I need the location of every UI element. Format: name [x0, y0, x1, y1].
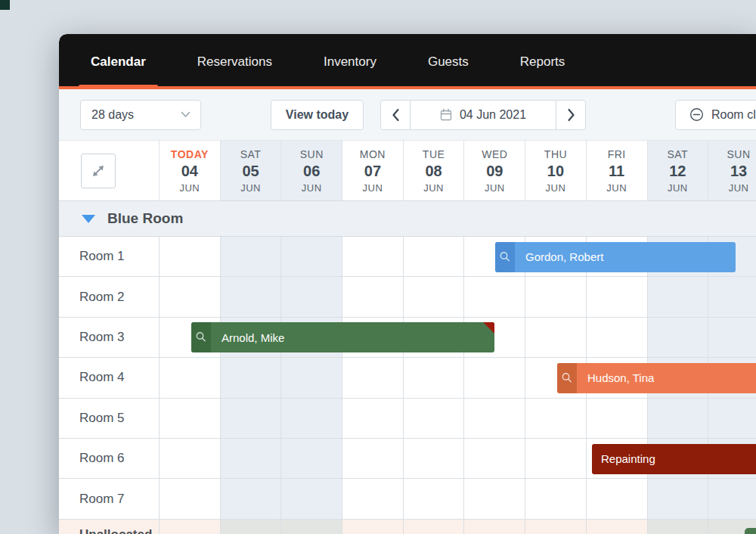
calendar-cell[interactable]: [525, 479, 587, 519]
booking-bar[interactable]: Gordon, Robert: [495, 242, 736, 272]
tab-reservations[interactable]: Reservations: [197, 34, 272, 89]
calendar-cell[interactable]: [221, 237, 282, 277]
calendar-cell[interactable]: [464, 358, 525, 398]
section-header-blue-room[interactable]: Blue Room: [59, 201, 756, 237]
calendar-cell[interactable]: [342, 358, 404, 398]
chevron-right-icon: [567, 108, 575, 122]
calendar-cell[interactable]: [525, 399, 587, 439]
calendar-cell[interactable]: [160, 439, 221, 479]
tab-calendar[interactable]: Calendar: [91, 34, 146, 89]
calendar-cell[interactable]: [708, 277, 756, 317]
calendar-cell[interactable]: [587, 520, 648, 534]
calendar-cell[interactable]: [281, 277, 342, 317]
room-closure-label: Room closure: [711, 108, 756, 122]
calendar-cell[interactable]: [342, 439, 404, 479]
calendar-cell[interactable]: [587, 277, 648, 317]
calendar-cell[interactable]: [648, 520, 709, 534]
calendar-cell[interactable]: [221, 277, 282, 317]
expand-calendar-button[interactable]: [81, 154, 116, 188]
calendar-cell[interactable]: [648, 399, 709, 439]
booking-search-tab[interactable]: [557, 363, 577, 393]
collapse-triangle-icon[interactable]: [82, 215, 95, 223]
circle-minus-icon: [689, 107, 704, 122]
calendar-cell[interactable]: [221, 439, 282, 479]
booking-bar[interactable]: Arnold, Mike: [191, 322, 494, 352]
tab-guests[interactable]: Guests: [428, 34, 469, 89]
calendar-cell[interactable]: [525, 520, 587, 534]
calendar-cell[interactable]: [404, 439, 465, 479]
calendar-cell[interactable]: [342, 479, 404, 519]
calendar-cell[interactable]: [648, 479, 709, 519]
calendar-cell[interactable]: [404, 479, 465, 519]
calendar-cell[interactable]: [342, 520, 404, 534]
day-number: 10: [547, 163, 564, 180]
calendar-cell[interactable]: [221, 358, 282, 398]
view-today-button[interactable]: View today: [271, 100, 364, 130]
calendar-cell[interactable]: [708, 318, 756, 358]
app-window: CalendarReservationsInventoryGuestsRepor…: [59, 34, 756, 534]
day-number: 09: [486, 163, 503, 180]
next-day-button[interactable]: [556, 101, 585, 129]
booking-bar[interactable]: Repainting: [592, 444, 756, 474]
day-header-07: MON07JUN: [342, 141, 404, 200]
booking-bar[interactable]: Hudson, Tina: [557, 363, 756, 393]
calendar-cell[interactable]: [404, 520, 465, 534]
prev-day-button[interactable]: [381, 101, 410, 129]
booking-search-tab[interactable]: [191, 322, 211, 352]
calendar-cell[interactable]: [464, 520, 525, 534]
calendar-cell[interactable]: [160, 399, 221, 439]
calendar-cell[interactable]: [342, 237, 404, 277]
room-closure-button[interactable]: Room closure: [675, 100, 756, 130]
tab-reports[interactable]: Reports: [520, 34, 565, 89]
calendar-cell[interactable]: [160, 479, 221, 519]
calendar-cell[interactable]: [708, 479, 756, 519]
calendar-cell[interactable]: [404, 277, 465, 317]
calendar-cell[interactable]: [342, 399, 404, 439]
calendar-cell[interactable]: [464, 479, 525, 519]
day-month: JUN: [485, 182, 505, 194]
calendar-cell[interactable]: [648, 277, 709, 317]
day-name: MON: [360, 148, 386, 160]
magnifier-icon: [194, 331, 208, 344]
booking-search-tab[interactable]: [495, 242, 515, 272]
tab-inventory[interactable]: Inventory: [324, 34, 376, 89]
calendar-cell[interactable]: [281, 479, 342, 519]
calendar-cell[interactable]: [221, 479, 282, 519]
calendar-cell[interactable]: [648, 318, 709, 358]
day-name: FRI: [608, 148, 626, 160]
calendar-cell[interactable]: [525, 277, 587, 317]
calendar-cell[interactable]: [587, 318, 648, 358]
day-name: THU: [544, 148, 567, 160]
date-range-select[interactable]: 28 days: [80, 100, 201, 130]
day-number: 05: [242, 163, 259, 180]
room-row-7: Room 7: [59, 479, 756, 519]
calendar-cell[interactable]: [587, 399, 648, 439]
calendar-cell[interactable]: [281, 439, 342, 479]
calendar-cell[interactable]: [160, 237, 221, 277]
calendar-cell[interactable]: [281, 399, 342, 439]
booking-bar-partial[interactable]: [745, 528, 756, 534]
calendar-cell[interactable]: [404, 237, 465, 277]
calendar-cell[interactable]: [281, 237, 342, 277]
calendar-cell[interactable]: [404, 399, 465, 439]
day-number: 08: [425, 163, 442, 180]
calendar-cell[interactable]: [281, 358, 342, 398]
calendar-cell[interactable]: [404, 358, 465, 398]
calendar-cell[interactable]: [221, 399, 282, 439]
calendar-cell[interactable]: [708, 399, 756, 439]
calendar-cell[interactable]: [281, 520, 342, 534]
calendar-cell[interactable]: [160, 358, 221, 398]
calendar-cell[interactable]: [221, 520, 282, 534]
calendar-cell[interactable]: [160, 277, 221, 317]
view-today-label: View today: [286, 108, 349, 122]
calendar-cell[interactable]: [587, 479, 648, 519]
calendar-cell[interactable]: [464, 399, 525, 439]
date-picker[interactable]: 04 Jun 2021: [410, 101, 556, 129]
day-name: SUN: [300, 148, 324, 160]
calendar-cell[interactable]: [525, 439, 587, 479]
calendar-cell[interactable]: [464, 277, 525, 317]
calendar-cell[interactable]: [160, 520, 221, 534]
calendar-cell[interactable]: [342, 277, 404, 317]
calendar-cell[interactable]: [464, 439, 525, 479]
calendar-cell[interactable]: [525, 318, 587, 358]
